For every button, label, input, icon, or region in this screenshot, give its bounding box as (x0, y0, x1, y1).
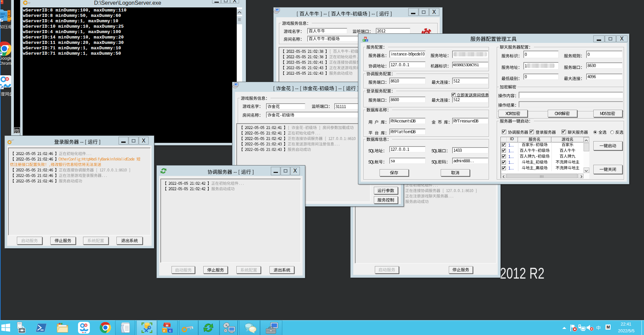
svg-text:F: F (363, 39, 365, 42)
svg-text:C: C (169, 329, 172, 333)
svg-text:C: C (366, 39, 368, 42)
svg-text:ZIP: ZIP (0, 16, 4, 18)
svg-text:F: F (163, 329, 165, 333)
svg-text:M: M (166, 324, 169, 327)
svg-text:360: 360 (0, 12, 5, 16)
